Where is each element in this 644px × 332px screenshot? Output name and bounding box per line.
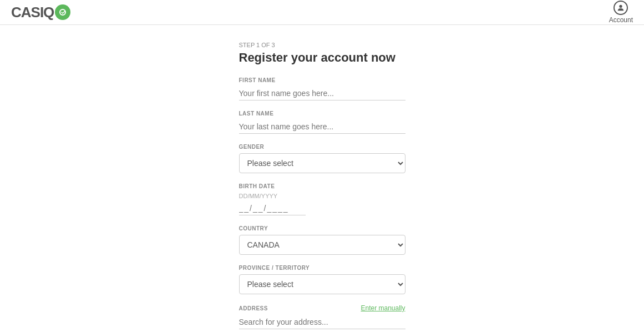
birth-date-hint: DD/MM/YYYY (239, 193, 405, 199)
address-group: ADDRESS Enter manually (239, 304, 405, 329)
last-name-input[interactable] (239, 120, 405, 134)
step-label: STEP 1 OF 3 (239, 42, 405, 48)
country-select[interactable]: CANADA United States United Kingdom Aust… (239, 235, 405, 255)
birth-date-group: BIRTH DATE DD/MM/YYYY (239, 183, 405, 215)
address-input[interactable] (239, 315, 405, 329)
page-title: Register your account now (239, 51, 405, 65)
account-label: Account (609, 16, 633, 24)
birth-date-label: BIRTH DATE (239, 183, 405, 189)
registration-form: STEP 1 OF 3 Register your account now FI… (239, 42, 405, 332)
account-button[interactable]: Account (609, 1, 633, 24)
last-name-group: LAST NAME (239, 110, 405, 134)
navbar: CASIQ Account (0, 0, 644, 25)
gender-group: GENDER Please select Male Female Other (239, 144, 405, 173)
country-label: COUNTRY (239, 225, 405, 232)
first-name-input[interactable] (239, 87, 405, 100)
birth-date-input[interactable] (239, 202, 306, 215)
province-label: PROVINCE / TERRITORY (239, 265, 405, 271)
svg-point-0 (620, 5, 622, 8)
gender-label: GENDER (239, 144, 405, 150)
address-header: ADDRESS Enter manually (239, 304, 405, 312)
province-select[interactable]: Please select Ontario Quebec British Col… (239, 274, 405, 294)
account-icon (613, 1, 628, 15)
logo-icon (55, 4, 70, 20)
enter-manually-link[interactable]: Enter manually (361, 304, 405, 312)
main-content: STEP 1 OF 3 Register your account now FI… (0, 25, 644, 332)
country-group: COUNTRY CANADA United States United King… (239, 225, 405, 255)
first-name-label: FIRST NAME (239, 77, 405, 83)
province-group: PROVINCE / TERRITORY Please select Ontar… (239, 265, 405, 294)
first-name-group: FIRST NAME (239, 77, 405, 100)
logo: CASIQ (11, 4, 70, 21)
gender-select[interactable]: Please select Male Female Other (239, 153, 405, 173)
last-name-label: LAST NAME (239, 110, 405, 117)
address-label: ADDRESS (239, 305, 268, 311)
logo-text: CASIQ (11, 4, 54, 21)
